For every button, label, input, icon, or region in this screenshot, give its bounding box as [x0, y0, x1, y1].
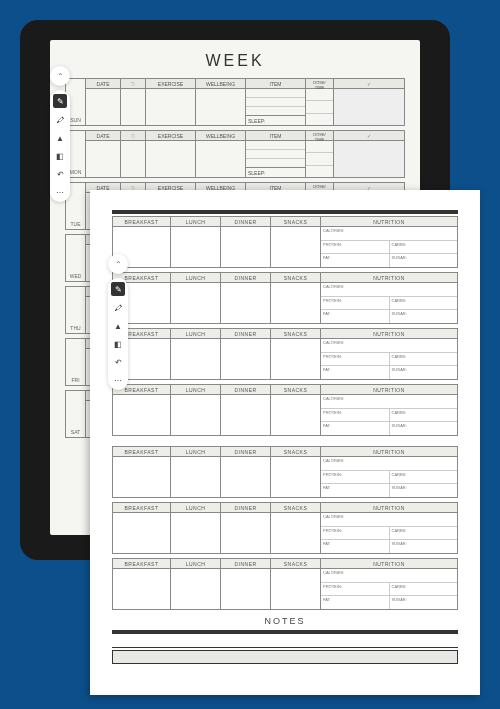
- date-header: DATE: [86, 131, 120, 141]
- calories-label: CALORIES:: [321, 227, 346, 240]
- nutrition-header: NUTRITION: [321, 217, 457, 227]
- nutrition-header: NUTRITION: [321, 329, 457, 339]
- exercise-header: EXERCISE: [146, 131, 195, 141]
- nutrition-column: NUTRITION CALORIES: PROTEIN:CARBS: FAT:S…: [321, 503, 457, 553]
- lunch-column: LUNCH: [171, 503, 221, 553]
- calories-label: CALORIES:: [321, 395, 346, 408]
- nutrition-column: NUTRITION CALORIES: PROTEIN:CARBS: FAT:S…: [321, 447, 457, 497]
- sugar-label: SUGAR:: [390, 366, 458, 379]
- snacks-column: SNACKS: [271, 385, 321, 435]
- date-column: DATE: [86, 131, 121, 177]
- lunch-header: LUNCH: [171, 447, 220, 457]
- notes-box: [112, 650, 458, 664]
- chevron-up-icon: ⌃: [57, 72, 64, 81]
- snacks-header: SNACKS: [271, 217, 320, 227]
- fat-label: FAT:: [321, 366, 390, 379]
- mood-header: ♡: [121, 131, 145, 141]
- carbs-label: CARBS:: [390, 471, 458, 484]
- nutrition-header: NUTRITION: [321, 503, 457, 513]
- eraser-tool-icon[interactable]: ◧: [54, 150, 66, 162]
- dinner-header: DINNER: [221, 559, 270, 569]
- wellbeing-column: WELLBEING: [196, 131, 246, 177]
- more-tool-icon[interactable]: ⋯: [54, 186, 66, 198]
- lunch-column: LUNCH: [171, 559, 221, 609]
- snacks-header: SNACKS: [271, 503, 320, 513]
- notes-line: [112, 636, 458, 648]
- snacks-header: SNACKS: [271, 447, 320, 457]
- sugar-label: SUGAR:: [390, 540, 458, 553]
- dinner-column: DINNER: [221, 273, 271, 323]
- mood-column: ♡: [121, 131, 146, 177]
- date-header: DATE: [86, 79, 120, 89]
- snacks-header: SNACKS: [271, 559, 320, 569]
- carbs-label: CARBS:: [390, 409, 458, 422]
- item-header: ITEM: [246, 131, 305, 141]
- lunch-header: LUNCH: [171, 503, 220, 513]
- calories-label: CALORIES:: [321, 457, 346, 470]
- breakfast-column: BREAKFAST: [113, 385, 171, 435]
- protein-label: PROTEIN:: [321, 297, 390, 310]
- nutrition-column: NUTRITION CALORIES: PROTEIN:CARBS: FAT:S…: [321, 559, 457, 609]
- brush-tool-icon[interactable]: 🖍: [54, 114, 66, 126]
- undo-tool-icon[interactable]: ↶: [54, 168, 66, 180]
- lunch-header: LUNCH: [171, 559, 220, 569]
- brush-tool-icon[interactable]: 🖍: [112, 302, 124, 314]
- meal-day-row: BREAKFAST LUNCH DINNER SNACKS NUTRITION …: [112, 558, 458, 610]
- dinner-header: DINNER: [221, 447, 270, 457]
- notes-border: [112, 630, 458, 634]
- lunch-header: LUNCH: [171, 385, 220, 395]
- nutrition-header: NUTRITION: [321, 447, 457, 457]
- meal-day-row: BREAKFAST LUNCH DINNER SNACKS NUTRITION …: [112, 216, 458, 268]
- breakfast-header: BREAKFAST: [113, 447, 170, 457]
- more-tool-icon[interactable]: ⋯: [112, 374, 124, 386]
- fat-label: FAT:: [321, 540, 390, 553]
- date-column: DATE: [86, 79, 121, 125]
- sugar-label: SUGAR:: [390, 422, 458, 435]
- marker-tool-icon[interactable]: ▲: [54, 132, 66, 144]
- dinner-column: DINNER: [221, 503, 271, 553]
- meal-day-row: BREAKFAST LUNCH DINNER SNACKS NUTRITION …: [112, 328, 458, 380]
- fat-label: FAT:: [321, 596, 390, 609]
- breakfast-column: BREAKFAST: [113, 503, 171, 553]
- breakfast-column: BREAKFAST: [113, 447, 171, 497]
- day-label: FRI: [66, 339, 86, 385]
- annotation-toolbar-2: ✎ 🖍 ▲ ◧ ↶ ⋯: [108, 278, 128, 390]
- undo-tool-icon[interactable]: ↶: [112, 356, 124, 368]
- breakfast-column: BREAKFAST: [113, 559, 171, 609]
- day-label: THU: [66, 287, 86, 333]
- pen-tool-icon[interactable]: ✎: [53, 94, 67, 108]
- item-column: ITEM SLEEP:: [246, 79, 306, 125]
- nutrition-header: NUTRITION: [321, 385, 457, 395]
- dinner-header: DINNER: [221, 385, 270, 395]
- fat-label: FAT:: [321, 422, 390, 435]
- snacks-column: SNACKS: [271, 217, 321, 267]
- week-day-row: SUN DATE ♡ EXERCISE WELLBEING ITEM SLEEP…: [65, 78, 405, 126]
- lunch-column: LUNCH: [171, 329, 221, 379]
- sugar-label: SUGAR:: [390, 254, 458, 267]
- wellbeing-column: WELLBEING: [196, 79, 246, 125]
- pen-tool-icon[interactable]: ✎: [111, 282, 125, 296]
- breakfast-header: BREAKFAST: [113, 559, 170, 569]
- dinner-column: DINNER: [221, 447, 271, 497]
- toolbar2-collapse-button[interactable]: ⌃: [108, 254, 128, 274]
- dinner-column: DINNER: [221, 217, 271, 267]
- dinner-column: DINNER: [221, 559, 271, 609]
- sugar-label: SUGAR:: [390, 310, 458, 323]
- protein-label: PROTEIN:: [321, 241, 390, 254]
- nutrition-header: NUTRITION: [321, 559, 457, 569]
- protein-label: PROTEIN:: [321, 471, 390, 484]
- eraser-tool-icon[interactable]: ◧: [112, 338, 124, 350]
- toolbar-collapse-button[interactable]: ⌃: [50, 66, 70, 86]
- snacks-column: SNACKS: [271, 503, 321, 553]
- breakfast-header: BREAKFAST: [113, 503, 170, 513]
- dinner-column: DINNER: [221, 385, 271, 435]
- day-label: SAT: [66, 391, 86, 437]
- snacks-column: SNACKS: [271, 447, 321, 497]
- dose-header: DOSE/TIME: [306, 79, 333, 89]
- chevron-up-icon: ⌃: [115, 260, 122, 269]
- fat-label: FAT:: [321, 254, 390, 267]
- marker-tool-icon[interactable]: ▲: [112, 320, 124, 332]
- mood-header: ♡: [121, 79, 145, 89]
- day-label: WED: [66, 235, 86, 281]
- carbs-label: CARBS:: [390, 353, 458, 366]
